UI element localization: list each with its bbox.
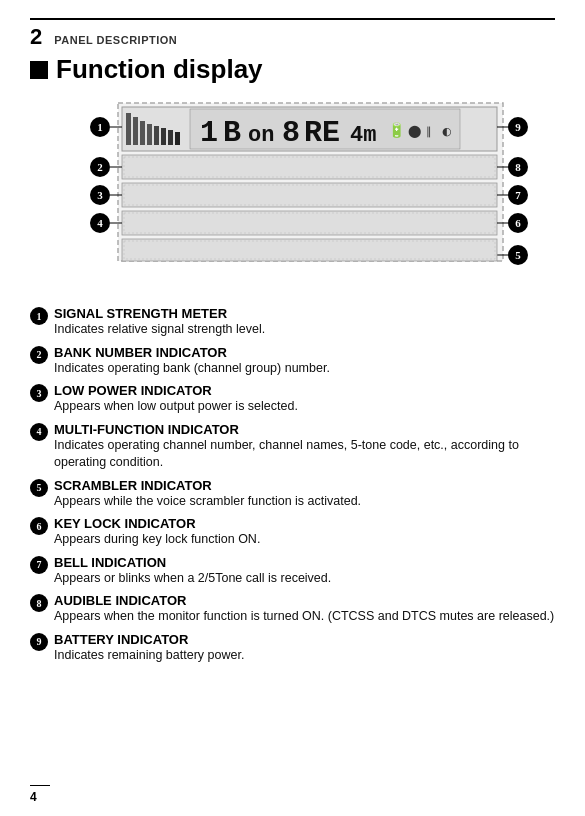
- item-title-5: SCRAMBLER INDICATOR: [54, 478, 555, 493]
- item-desc-8: Appears when the monitor function is tur…: [54, 608, 555, 626]
- item-row-4: 4 MULTI-FUNCTION INDICATOR Indicates ope…: [30, 422, 555, 472]
- item-desc-7: Appears or blinks when a 2/5Tone call is…: [54, 570, 555, 588]
- svg-text:RE: RE: [304, 116, 340, 150]
- item-circle-8: 8: [30, 594, 48, 612]
- item-desc-4: Indicates operating channel number, chan…: [54, 437, 555, 472]
- svg-text:🔋: 🔋: [388, 122, 406, 139]
- item-row-6: 6 KEY LOCK INDICATOR Appears during key …: [30, 516, 555, 549]
- svg-rect-3: [133, 117, 138, 145]
- svg-text:◐: ◐: [442, 125, 452, 137]
- chapter-header: 2 PANEL DESCRIPTION: [30, 18, 555, 50]
- svg-rect-1: [122, 107, 497, 151]
- svg-point-30: [90, 157, 110, 177]
- item-title-7: BELL INDICATION: [54, 555, 555, 570]
- svg-text:1: 1: [200, 116, 218, 150]
- item-title-9: BATTERY INDICATOR: [54, 632, 555, 647]
- item-desc-5: Appears while the voice scrambler functi…: [54, 493, 555, 511]
- svg-rect-55: [124, 241, 495, 259]
- item-circle-5: 5: [30, 479, 48, 497]
- item-circle-6: 6: [30, 517, 48, 535]
- item-row-9: 9 BATTERY INDICATOR Indicates remaining …: [30, 632, 555, 665]
- svg-text:1: 1: [97, 121, 103, 133]
- item-circle-2: 2: [30, 346, 48, 364]
- item-row-5: 5 SCRAMBLER INDICATOR Appears while the …: [30, 478, 555, 511]
- svg-text:8: 8: [515, 161, 521, 173]
- svg-text:⬤: ⬤: [408, 124, 421, 138]
- item-row-7: 7 BELL INDICATION Appears or blinks when…: [30, 555, 555, 588]
- item-title-4: MULTI-FUNCTION INDICATOR: [54, 422, 555, 437]
- item-desc-9: Indicates remaining battery power.: [54, 647, 555, 665]
- svg-point-51: [508, 245, 528, 265]
- svg-text:2: 2: [97, 161, 103, 173]
- svg-rect-21: [122, 155, 497, 179]
- items-list: 1 SIGNAL STRENGTH METER Indicates relati…: [30, 306, 555, 664]
- svg-text:7: 7: [515, 189, 521, 201]
- svg-text:5: 5: [515, 249, 521, 261]
- item-content-9: BATTERY INDICATOR Indicates remaining ba…: [54, 632, 555, 665]
- svg-text:6: 6: [515, 217, 521, 229]
- item-content-8: AUDIBLE INDICATOR Appears when the monit…: [54, 593, 555, 626]
- svg-rect-0: [118, 103, 503, 261]
- item-circle-9: 9: [30, 633, 48, 651]
- item-content-1: SIGNAL STRENGTH METER Indicates relative…: [54, 306, 555, 339]
- item-title-8: AUDIBLE INDICATOR: [54, 593, 555, 608]
- svg-rect-25: [122, 211, 497, 235]
- page-number: 4: [30, 785, 50, 804]
- item-circle-7: 7: [30, 556, 48, 574]
- svg-rect-2: [126, 113, 131, 145]
- item-content-3: LOW POWER INDICATOR Appears when low out…: [54, 383, 555, 416]
- item-circle-4: 4: [30, 423, 48, 441]
- item-circle-3: 3: [30, 384, 48, 402]
- svg-text:on: on: [248, 123, 274, 148]
- svg-point-27: [90, 117, 110, 137]
- item-desc-3: Appears when low output power is selecte…: [54, 398, 555, 416]
- item-content-4: MULTI-FUNCTION INDICATOR Indicates opera…: [54, 422, 555, 472]
- item-row-8: 8 AUDIBLE INDICATOR Appears when the mon…: [30, 593, 555, 626]
- item-title-3: LOW POWER INDICATOR: [54, 383, 555, 398]
- svg-rect-22: [124, 157, 495, 177]
- svg-rect-9: [175, 132, 180, 145]
- item-desc-6: Appears during key lock function ON.: [54, 531, 555, 549]
- svg-rect-23: [122, 183, 497, 207]
- svg-point-45: [508, 185, 528, 205]
- item-title-2: BANK NUMBER INDICATOR: [54, 345, 555, 360]
- svg-text:B: B: [223, 116, 241, 150]
- item-desc-2: Indicates operating bank (channel group)…: [54, 360, 555, 378]
- svg-text:3: 3: [97, 189, 103, 201]
- svg-rect-5: [147, 124, 152, 145]
- item-desc-1: Indicates relative signal strength level…: [54, 321, 555, 339]
- svg-rect-10: [190, 109, 460, 149]
- item-content-5: SCRAMBLER INDICATOR Appears while the vo…: [54, 478, 555, 511]
- section-title: Function display: [30, 54, 555, 85]
- svg-rect-4: [140, 121, 145, 145]
- chapter-subtitle: PANEL DESCRIPTION: [54, 34, 177, 46]
- svg-text:∥: ∥: [426, 125, 432, 138]
- svg-point-36: [90, 213, 110, 233]
- section-title-text: Function display: [56, 54, 263, 85]
- chapter-number: 2: [30, 24, 42, 50]
- svg-rect-8: [168, 130, 173, 145]
- svg-rect-54: [122, 239, 497, 261]
- item-circle-1: 1: [30, 307, 48, 325]
- item-row-2: 2 BANK NUMBER INDICATOR Indicates operat…: [30, 345, 555, 378]
- svg-point-39: [508, 117, 528, 137]
- svg-text:9: 9: [515, 121, 521, 133]
- svg-rect-7: [161, 128, 166, 145]
- svg-text:8: 8: [282, 116, 300, 150]
- item-title-6: KEY LOCK INDICATOR: [54, 516, 555, 531]
- item-content-6: KEY LOCK INDICATOR Appears during key lo…: [54, 516, 555, 549]
- svg-point-33: [90, 185, 110, 205]
- page-container: 2 PANEL DESCRIPTION Function display: [0, 0, 585, 690]
- item-content-7: BELL INDICATION Appears or blinks when a…: [54, 555, 555, 588]
- svg-text:4m: 4m: [350, 123, 376, 148]
- diagram-container: 1 B on 8 RE 4m 🔋 ⬤ ∥ ◐: [30, 97, 555, 292]
- svg-rect-6: [154, 126, 159, 145]
- svg-point-48: [508, 213, 528, 233]
- diagram-svg: 1 B on 8 RE 4m 🔋 ⬤ ∥ ◐: [30, 97, 555, 292]
- svg-rect-26: [124, 213, 495, 233]
- item-content-2: BANK NUMBER INDICATOR Indicates operatin…: [54, 345, 555, 378]
- item-title-1: SIGNAL STRENGTH METER: [54, 306, 555, 321]
- item-row-3: 3 LOW POWER INDICATOR Appears when low o…: [30, 383, 555, 416]
- svg-rect-24: [124, 185, 495, 205]
- svg-point-42: [508, 157, 528, 177]
